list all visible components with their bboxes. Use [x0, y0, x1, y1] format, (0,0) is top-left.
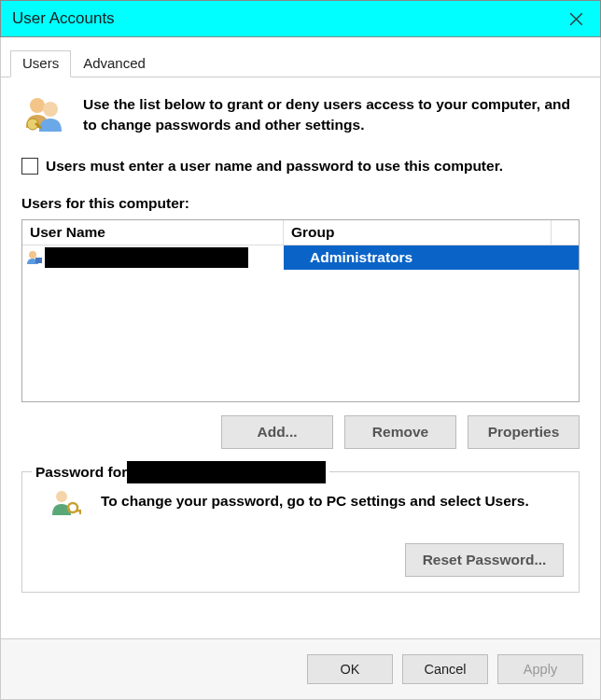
password-message: To change your password, go to PC settin… [101, 489, 529, 510]
title-bar: User Accounts [0, 0, 601, 37]
apply-button[interactable]: Apply [497, 654, 583, 684]
window-title: User Accounts [12, 9, 555, 28]
tab-strip: Users Advanced [1, 37, 600, 77]
reset-password-button[interactable]: Reset Password... [405, 543, 564, 577]
cell-group: Administrators [284, 245, 579, 270]
svg-point-8 [56, 491, 67, 502]
password-legend-prefix: Password for [35, 464, 127, 481]
list-header: User Name Group [22, 220, 579, 245]
dialog-body: Users Advanced Use the list below to gra… [0, 37, 601, 700]
cell-username [22, 247, 284, 268]
password-legend: Password for [32, 461, 329, 483]
users-list-label: Users for this computer: [21, 195, 580, 212]
svg-point-6 [29, 251, 36, 259]
tab-advanced[interactable]: Advanced [71, 50, 158, 77]
svg-point-2 [30, 98, 45, 113]
tab-users[interactable]: Users [10, 50, 71, 77]
remove-button[interactable]: Remove [344, 415, 456, 449]
users-icon [21, 92, 66, 137]
svg-rect-7 [35, 258, 42, 263]
require-password-label[interactable]: Users must enter a user name and passwor… [46, 158, 503, 175]
users-list[interactable]: User Name Group Administrators [21, 219, 580, 402]
svg-rect-11 [79, 510, 81, 514]
intro-row: Use the list below to grant or deny user… [21, 92, 580, 137]
user-row-icon [26, 250, 43, 265]
cancel-button[interactable]: Cancel [402, 654, 488, 684]
svg-point-3 [43, 102, 58, 117]
redacted-password-user [127, 461, 326, 483]
add-button[interactable]: Add... [221, 415, 333, 449]
column-spacer [551, 220, 579, 245]
key-icon [49, 489, 82, 519]
require-password-checkbox[interactable] [21, 158, 38, 175]
list-row[interactable]: Administrators [22, 245, 579, 270]
password-fieldset: Password for To change your password, go… [21, 471, 580, 593]
intro-text: Use the list below to grant or deny user… [83, 92, 580, 134]
redacted-username [45, 247, 248, 268]
close-icon [570, 13, 582, 25]
dialog-footer: OK Cancel Apply [1, 638, 600, 699]
require-password-row: Users must enter a user name and passwor… [21, 158, 580, 175]
properties-button[interactable]: Properties [468, 415, 580, 449]
column-username[interactable]: User Name [22, 220, 284, 245]
close-button[interactable] [555, 4, 596, 34]
list-buttons: Add... Remove Properties [21, 415, 580, 449]
tab-content: Use the list below to grant or deny user… [1, 77, 600, 638]
ok-button[interactable]: OK [307, 654, 393, 684]
column-group[interactable]: Group [284, 220, 551, 245]
